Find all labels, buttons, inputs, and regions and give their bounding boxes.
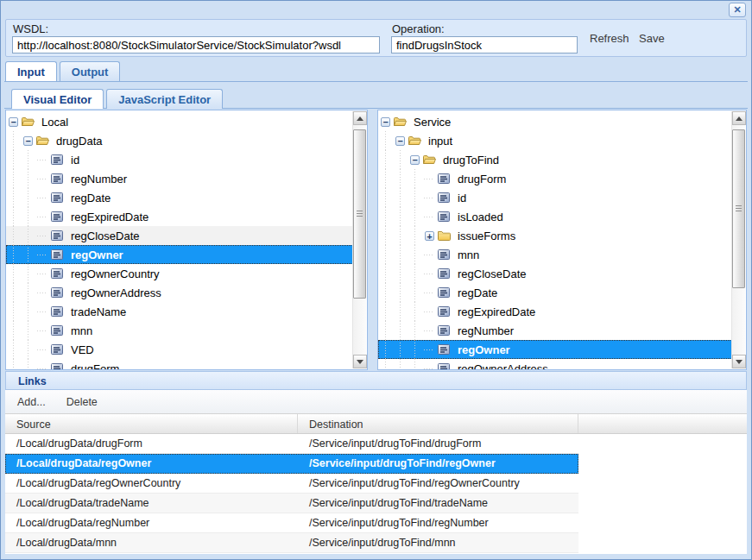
tree-item-regExpiredDate[interactable]: regExpiredDate <box>6 207 353 226</box>
tree-item-regOwnerAddress[interactable]: regOwnerAddress <box>378 359 732 369</box>
link-destination-cell: /Service/input/drugToFind/mnn <box>298 537 578 549</box>
tree-item-regCloseDate[interactable]: regCloseDate <box>378 264 732 283</box>
tree-item-label: drugToFind <box>440 154 502 167</box>
scrollbar-up-button[interactable] <box>353 111 367 125</box>
tree-item-regOwnerAddress[interactable]: regOwnerAddress <box>6 283 353 302</box>
tree-item-label: regExpiredDate <box>455 305 538 318</box>
tree-item-mnn[interactable]: mnn <box>378 245 732 264</box>
tree-item-drugToFind[interactable]: −drugToFind <box>378 150 732 169</box>
scrollbar-down-button[interactable] <box>353 355 367 368</box>
leaf-icon <box>50 362 64 369</box>
expander-minus-icon[interactable]: − <box>9 117 18 127</box>
tree-item-label: regCloseDate <box>455 267 529 280</box>
expander-minus-icon[interactable]: − <box>410 155 420 165</box>
tree-indent-guide <box>6 359 21 369</box>
link-row[interactable]: /Local/drugData/regOwnerCountry/Service/… <box>5 474 578 494</box>
tree-indent-guide <box>408 321 422 340</box>
expander-minus-icon[interactable]: − <box>381 117 390 127</box>
tree-item-regOwner[interactable]: regOwner <box>378 340 732 359</box>
tree-item-regOwner[interactable]: regOwner <box>6 245 353 264</box>
link-row[interactable]: /Local/drugData/regNumber/Service/input/… <box>5 513 578 533</box>
leaf-icon <box>437 343 451 356</box>
tree-indent-guide <box>393 207 408 226</box>
expander-plus-icon[interactable]: + <box>425 231 434 241</box>
tree-indent-guide <box>393 188 408 207</box>
tree-connector <box>35 226 50 245</box>
refresh-button[interactable]: Refresh <box>590 32 629 45</box>
tree-item-isLoaded[interactable]: isLoaded <box>378 207 732 226</box>
tree-item-label: issueForms <box>455 230 518 242</box>
leaf-icon <box>437 286 451 299</box>
scrollbar-down-button[interactable] <box>732 355 746 368</box>
tab-javascript-editor[interactable]: JavaScript Editor <box>106 89 223 109</box>
tree-connector <box>422 169 437 188</box>
tree-item-drugForm[interactable]: drugForm <box>378 169 732 188</box>
tree-item-regNumber[interactable]: regNumber <box>378 321 732 340</box>
local-tree-scrollbar[interactable] <box>352 111 366 368</box>
tree-item-label: regOwner <box>455 343 513 356</box>
tab-output[interactable]: Output <box>60 61 121 81</box>
tree-item-regCloseDate[interactable]: regCloseDate <box>6 226 353 245</box>
tab-visual-editor[interactable]: Visual Editor <box>11 89 104 109</box>
link-row[interactable]: /Local/drugData/drugForm/Service/input/d… <box>5 434 578 454</box>
tree-item-label: regOwnerAddress <box>68 286 164 299</box>
tree-item-regOwnerCountry[interactable]: regOwnerCountry <box>6 264 353 283</box>
link-row[interactable]: /Local/drugData/mnn/Service/input/drugTo… <box>5 533 578 553</box>
link-destination-cell: /Service/input/drugToFind/regOwner <box>298 457 578 469</box>
tree-item-input[interactable]: −input <box>378 131 732 150</box>
visual-editor-body: −Local−drugDataidregNumberregDateregExpi… <box>4 110 748 370</box>
tree-item-Service[interactable]: −Service <box>378 112 732 131</box>
tree-indent-guide <box>408 340 422 359</box>
expander-minus-icon[interactable]: − <box>23 136 33 146</box>
tree-item-Local[interactable]: −Local <box>6 112 353 131</box>
tree-indent-guide <box>408 226 422 245</box>
service-tree-scrollbar[interactable] <box>731 111 745 368</box>
tree-indent-guide <box>378 207 393 226</box>
tree-item-id[interactable]: id <box>378 188 732 207</box>
tree-item-mnn[interactable]: mnn <box>6 321 353 340</box>
operation-input[interactable] <box>391 36 578 53</box>
tree-connector <box>422 283 437 302</box>
tree-item-regExpiredDate[interactable]: regExpiredDate <box>378 302 732 321</box>
wsdl-input[interactable] <box>12 36 380 53</box>
tree-indent-guide <box>6 245 21 264</box>
titlebar: ✕ <box>4 1 748 18</box>
tree-item-label: Service <box>411 116 453 129</box>
editor-tab-bar: Visual EditorJavaScript Editor <box>4 85 748 109</box>
tree-item-tradeName[interactable]: tradeName <box>6 302 353 321</box>
tree-item-drugForm[interactable]: drugForm <box>6 359 353 369</box>
tree-item-regDate[interactable]: regDate <box>6 188 353 207</box>
leaf-icon <box>50 305 64 318</box>
tab-input[interactable]: Input <box>5 61 57 81</box>
tree-indent-guide <box>6 264 21 283</box>
tree-item-id[interactable]: id <box>6 150 353 169</box>
tree-panel-divider <box>368 110 377 370</box>
leaf-icon <box>50 343 64 356</box>
link-row[interactable]: /Local/drugData/regOwner/Service/input/d… <box>5 454 578 474</box>
tree-indent-guide <box>6 302 21 321</box>
tree-item-drugData[interactable]: −drugData <box>6 131 353 150</box>
scrollbar-thumb[interactable] <box>353 129 366 299</box>
save-button[interactable]: Save <box>639 32 665 45</box>
triangle-up-icon <box>736 116 743 121</box>
tree-item-VED[interactable]: VED <box>6 340 353 359</box>
tree-item-regNumber[interactable]: regNumber <box>6 169 353 188</box>
source-column-header[interactable]: Source <box>5 414 298 433</box>
scrollbar-thumb[interactable] <box>732 129 745 288</box>
tree-indent-guide <box>393 340 408 359</box>
tree-connector <box>35 245 50 264</box>
add-link-button[interactable]: Add... <box>17 396 46 408</box>
tree-indent-guide <box>408 302 422 321</box>
close-button[interactable]: ✕ <box>729 3 746 17</box>
link-row[interactable]: /Local/drugData/tradeName/Service/input/… <box>5 494 578 513</box>
tree-item-label: drugForm <box>68 362 122 370</box>
tree-item-regDate[interactable]: regDate <box>378 283 732 302</box>
scrollbar-up-button[interactable] <box>732 111 746 125</box>
local-tree-panel: −Local−drugDataidregNumberregDateregExpi… <box>5 110 368 370</box>
destination-column-header[interactable]: Destination <box>298 414 578 433</box>
tree-item-label: regOwnerCountry <box>68 267 162 280</box>
tree-item-issueForms[interactable]: +issueForms <box>378 226 732 245</box>
expander-minus-icon[interactable]: − <box>395 136 405 146</box>
delete-link-button[interactable]: Delete <box>66 396 98 408</box>
scrollbar-grip-icon <box>357 211 363 217</box>
